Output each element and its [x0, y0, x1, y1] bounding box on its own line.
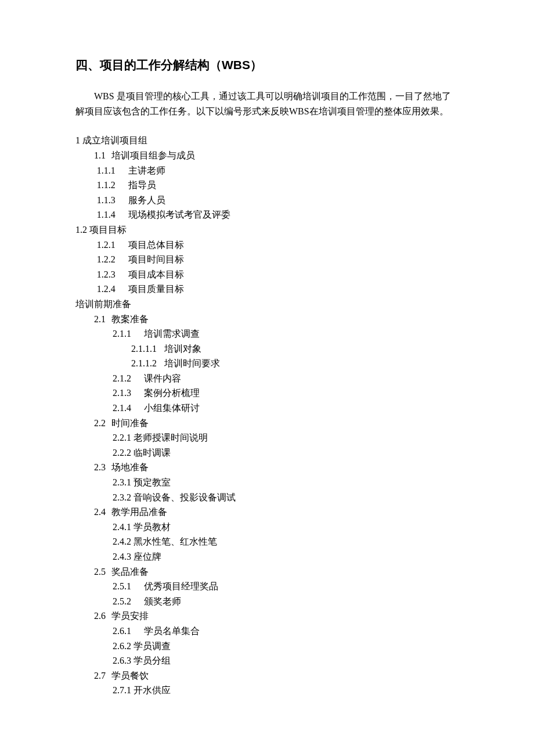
list-item: 1.1培训项目组参与成员 — [75, 148, 459, 163]
list-item: 2.7学员餐饮 — [75, 668, 459, 683]
list-item: 培训前期准备 — [75, 297, 459, 312]
list-item: 2.4.2 黑水性笔、红水性笔 — [75, 534, 459, 549]
wbs-outline: 1 成立培训项目组 1.1培训项目组参与成员 1.1.1主讲老师 1.1.2指导… — [75, 133, 459, 698]
list-item: 2.1.3案例分析梳理 — [75, 386, 459, 401]
list-item: 2.6.3 学员分组 — [75, 653, 459, 668]
list-item: 1.2.2项目时间目标 — [75, 252, 459, 267]
list-item: 2.2时间准备 — [75, 416, 459, 431]
list-item: 2.3.2 音响设备、投影设备调试 — [75, 490, 459, 505]
list-item: 2.1.4小组集体研讨 — [75, 401, 459, 416]
list-item: 2.7.1 开水供应 — [75, 683, 459, 698]
list-item: 1.1.4现场模拟考试考官及评委 — [75, 207, 459, 222]
list-item: 2.6.1学员名单集合 — [75, 624, 459, 639]
intro-paragraph: WBS 是项目管理的核心工具，通过该工具可以明确培训项目的工作范围，一目了然地了… — [75, 89, 459, 120]
list-item: 1.2 项目目标 — [75, 222, 459, 237]
list-item: 1.1.1主讲老师 — [75, 163, 459, 178]
list-item: 1.2.3项目成本目标 — [75, 267, 459, 282]
list-item: 1.2.4项目质量目标 — [75, 282, 459, 297]
list-item: 1 成立培训项目组 — [75, 133, 459, 148]
list-item: 2.1.1.2培训时间要求 — [75, 356, 459, 371]
list-item: 2.3场地准备 — [75, 460, 459, 475]
list-item: 2.6.2 学员调查 — [75, 639, 459, 654]
list-item: 2.4.1 学员教材 — [75, 520, 459, 535]
list-item: 2.1.1.1培训对象 — [75, 341, 459, 357]
list-item: 2.2.2 临时调课 — [75, 445, 459, 460]
list-item: 1.1.3服务人员 — [75, 193, 459, 208]
list-item: 1.2.1项目总体目标 — [75, 237, 459, 253]
list-item: 2.1.1培训需求调查 — [75, 326, 459, 341]
list-item: 2.6学员安排 — [75, 609, 459, 624]
list-item: 2.5.2颁奖老师 — [75, 594, 459, 609]
list-item: 2.1.2课件内容 — [75, 371, 459, 386]
list-item: 2.2.1 老师授课时间说明 — [75, 430, 459, 445]
list-item: 2.5奖品准备 — [75, 564, 459, 579]
list-item: 2.4教学用品准备 — [75, 505, 459, 520]
list-item: 2.3.1 预定教室 — [75, 475, 459, 490]
list-item: 1.1.2指导员 — [75, 178, 459, 193]
list-item: 2.1教案准备 — [75, 312, 459, 327]
list-item: 2.5.1优秀项目经理奖品 — [75, 579, 459, 594]
section-title: 四、项目的工作分解结构（WBS） — [75, 55, 459, 75]
list-item: 2.4.3 座位牌 — [75, 549, 459, 564]
